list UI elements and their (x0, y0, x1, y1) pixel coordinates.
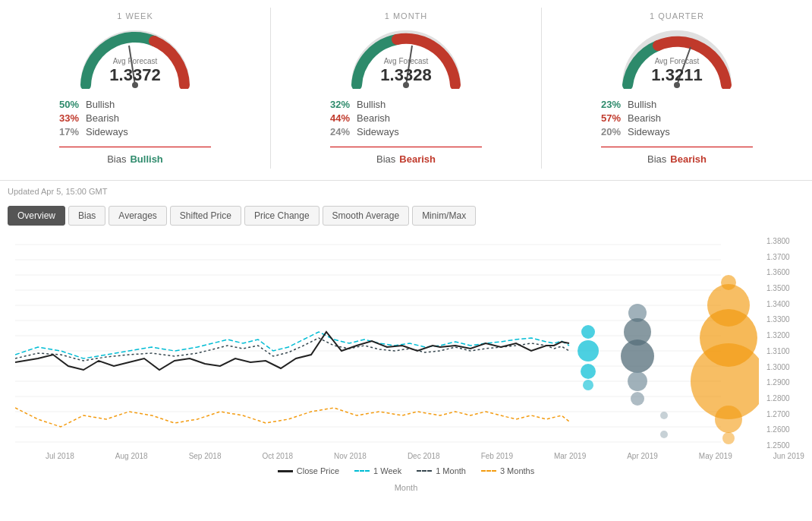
svg-point-29 (660, 412, 668, 419)
svg-point-27 (628, 371, 647, 391)
x-label-oct2018: Oct 2018 (262, 452, 293, 460)
y-label-11: 1.2800 (766, 394, 812, 403)
quarter-panel: 1 QUARTER Avg Forecast 1.3211 23% Bullis… (542, 8, 812, 169)
tab-overview[interactable]: Overview (8, 206, 65, 226)
quarter-bearish-label: Bearish (628, 112, 661, 124)
legend-1week-icon (354, 470, 370, 472)
quarter-gauge: Avg Forecast 1.3211 (616, 24, 738, 89)
svg-point-35 (715, 406, 742, 433)
legend-close-price-icon (278, 470, 293, 472)
month-bullish-pct: 32% (330, 99, 357, 110)
legend-3months-label: 3 Months (500, 466, 534, 475)
week-bias: Bias Bullish (107, 153, 163, 165)
tab-smooth-average[interactable]: Smooth Average (323, 206, 410, 226)
x-label-may2019: May 2019 (699, 452, 732, 460)
month-gauge: Avg Forecast 1.3328 (345, 24, 467, 89)
quarter-sideways-label: Sideways (628, 126, 670, 137)
month-avg-value: 1.3328 (345, 65, 467, 85)
month-title: 1 MONTH (385, 11, 428, 21)
quarter-stats: 23% Bullish 57% Bearish 20% Sideways (601, 99, 753, 140)
month-bias-label: Bias (376, 153, 395, 165)
week-gauge: Avg Forecast 1.3372 (74, 24, 196, 89)
tab-minim-max[interactable]: Minim/Max (412, 206, 476, 226)
quarter-bias-label: Bias (647, 153, 666, 165)
quarter-avg-label: Avg Forecast (616, 57, 738, 65)
svg-point-36 (722, 432, 735, 444)
y-label-7: 1.3200 (766, 331, 812, 339)
x-label-sep2018: Sep 2018 (189, 452, 222, 460)
y-label-10: 1.2900 (766, 378, 812, 387)
legend-1week-label: 1 Week (373, 466, 401, 475)
week-bullish-pct: 50% (59, 99, 86, 110)
x-label-feb2019: Feb 2019 (481, 452, 513, 460)
week-avg-label: Avg Forecast (74, 57, 196, 65)
legend-1week: 1 Week (354, 466, 401, 475)
x-label-jun2019: Jun 2019 (773, 452, 804, 460)
svg-point-28 (631, 392, 644, 406)
quarter-bias: Bias Bearish (647, 153, 707, 165)
svg-point-22 (581, 364, 596, 379)
y-label-14: 1.2500 (766, 441, 812, 450)
week-sideways-pct: 17% (59, 126, 86, 137)
chart-svg (15, 233, 759, 450)
y-label-4: 1.3500 (766, 284, 812, 292)
legend-close-price: Close Price (278, 466, 339, 475)
week-sideways-label: Sideways (86, 126, 128, 137)
month-label: Month (0, 483, 812, 498)
quarter-bearish-pct: 57% (601, 112, 628, 124)
week-bearish-label: Bearish (86, 112, 119, 124)
quarter-bullish-pct: 23% (601, 99, 628, 110)
y-label-8: 1.3100 (766, 347, 812, 355)
tab-price-change[interactable]: Price Change (244, 206, 319, 226)
y-label-13: 1.2600 (766, 425, 812, 434)
month-divider (330, 147, 482, 147)
quarter-sideways-pct: 20% (601, 126, 628, 137)
y-label-9: 1.3000 (766, 363, 812, 371)
chart-container (8, 233, 766, 450)
month-bias: Bias Bearish (376, 153, 436, 165)
tab-bias[interactable]: Bias (68, 206, 105, 226)
tab-shifted-price[interactable]: Shifted Price (170, 206, 241, 226)
legend-1month-icon (417, 470, 432, 472)
x-label-dec2018: Dec 2018 (408, 452, 440, 460)
quarter-bias-value: Bearish (670, 153, 707, 165)
svg-point-30 (660, 431, 668, 438)
x-axis: Jul 2018 Aug 2018 Sep 2018 Oct 2018 Nov … (0, 450, 812, 463)
legend-3months: 3 Months (481, 466, 534, 475)
legend-1month: 1 Month (417, 466, 466, 475)
x-label-apr2019: Apr 2019 (627, 452, 658, 460)
svg-point-20 (581, 325, 595, 339)
x-label-mar2019: Mar 2019 (554, 452, 586, 460)
month-bearish-pct: 44% (330, 112, 357, 124)
quarter-title: 1 QUARTER (650, 11, 704, 21)
y-label-5: 1.3400 (766, 300, 812, 308)
week-bullish-label: Bullish (86, 99, 115, 110)
week-title: 1 WEEK (117, 11, 153, 21)
month-stats: 32% Bullish 44% Bearish 24% Sideways (330, 99, 482, 140)
y-label-12: 1.2700 (766, 410, 812, 418)
week-stats: 50% Bullish 33% Bearish 17% Sideways (59, 99, 211, 140)
x-label-nov2018: Nov 2018 (334, 452, 367, 460)
month-bias-value: Bearish (399, 153, 436, 165)
y-label-6: 1.3300 (766, 315, 812, 324)
month-sideways-pct: 24% (330, 126, 357, 137)
week-divider (59, 147, 211, 147)
chart-legend: Close Price 1 Week 1 Month 3 Months (0, 463, 812, 483)
legend-1month-label: 1 Month (436, 466, 466, 475)
quarter-bullish-label: Bullish (628, 99, 656, 110)
chart-wrapper: 1.3800 1.3700 1.3600 1.3500 1.3400 1.330… (0, 233, 812, 450)
legend-3months-icon (481, 470, 496, 472)
month-bearish-label: Bearish (357, 112, 390, 124)
x-label-aug2018: Aug 2018 (115, 452, 148, 460)
tab-averages[interactable]: Averages (109, 206, 166, 226)
week-panel: 1 WEEK Avg Forecast 1.3372 50% Bullis (0, 8, 271, 169)
svg-point-21 (578, 340, 599, 362)
forecast-panels: 1 WEEK Avg Forecast 1.3372 50% Bullis (0, 0, 812, 181)
week-avg-value: 1.3372 (74, 65, 196, 85)
x-label-jul2018: Jul 2018 (46, 452, 74, 460)
week-bias-label: Bias (107, 153, 126, 165)
svg-point-23 (583, 380, 593, 390)
quarter-avg-value: 1.3211 (616, 65, 738, 85)
week-bearish-pct: 33% (59, 112, 86, 124)
legend-close-price-label: Close Price (297, 466, 339, 475)
